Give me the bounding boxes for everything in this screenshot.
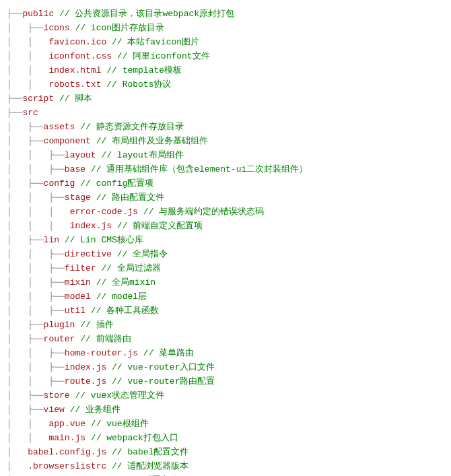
tree-row: │ │ main.js // webpack打包入口 [7,431,444,445]
tree-node-name: app.vue [48,419,85,429]
tree-node-comment: // 路由配置文件 [91,193,164,203]
tree-row: │ │ ├──index.js // vue-router入口文件 [7,360,444,374]
tree-row: ├──script // 脚本 [7,92,444,106]
tree-prefix: │ │ [7,433,48,443]
tree-node-comment: // babel配置文件 [106,447,188,457]
tree-node-name: index.js [70,221,112,231]
tree-node-name: public [22,9,54,19]
tree-row: │ ├──component // 布局组件及业务基础组件 [7,134,444,148]
tree-row: │ │ robots.txt // Robots协议 [7,77,444,92]
tree-node-name: util [65,306,85,316]
tree-node-comment: // model层 [91,292,147,302]
tree-prefix: │ │ ├── [7,164,65,174]
tree-prefix: │ │ ├── [7,306,65,316]
tree-row: │ │ index.html // template模板 [7,63,444,77]
tree-row: │ ├──view // 业务组件 [7,403,444,417]
tree-node-comment: // 各种工具函数 [85,306,159,316]
tree-row: │ ├──store // vuex状态管理文件 [7,388,444,403]
tree-node-name: view [44,405,65,415]
tree-node-comment: // 布局组件及业务基础组件 [91,136,208,146]
tree-node-name: filter [65,263,96,273]
tree-prefix: │ [7,447,28,457]
tree-node-comment: // Lin CMS核心库 [59,235,143,245]
tree-prefix: │ │ [7,65,48,75]
tree-row: │ │ ├──stage // 路由配置文件 [7,191,444,205]
tree-node-name: plugin [44,320,75,330]
tree-row: │ │ ├──directive // 全局指令 [7,247,444,261]
tree-row: │ │ ├──model // model层 [7,290,444,304]
tree-node-comment: // Robots协议 [101,79,171,90]
tree-node-comment: // 本站favicon图片 [106,37,199,47]
tree-prefix: ├── [7,108,22,118]
tree-node-name: script [22,94,54,104]
tree-node-comment: // 全局过滤器 [96,263,161,273]
tree-prefix: │ │ │ [7,207,70,217]
tree-node-name: iconfont.css [48,51,112,61]
tree-prefix: │ ├── [7,235,44,245]
tree-prefix: │ │ ├── [7,193,65,203]
tree-prefix: │ │ [7,79,48,90]
tree-prefix: │ ├── [7,23,44,33]
tree-row: │ │ iconfont.css // 阿里iconfont文件 [7,49,444,63]
tree-prefix: │ │ ├── [7,249,65,259]
tree-prefix: │ │ │ [7,221,70,231]
tree-node-name: babel.config.js [28,447,106,457]
tree-row: │ ├──assets // 静态资源文件存放目录 [7,120,444,134]
tree-node-name: router [44,334,75,344]
tree-row: │ │ │ error-code.js // 与服务端约定的错误状态码 [7,205,444,219]
tree-node-comment: // vuex状态管理文件 [70,390,164,401]
tree-row: │ ├──icons // icon图片存放目录 [7,21,444,35]
tree-node-name: mixin [65,277,91,287]
tree-node-comment: // webpack打包入口 [85,433,178,443]
tree-node-comment: // vue-router路由配置 [106,376,215,386]
tree-prefix: │ │ ├── [7,292,65,302]
tree-node-name: favicon.ico [48,37,106,47]
tree-prefix: │ │ [7,419,48,429]
tree-prefix: │ │ ├── [7,263,65,273]
tree-node-comment: // 前端自定义配置项 [112,221,203,231]
tree-row: │ │ ├──layout // layout布局组件 [7,148,444,162]
tree-node-comment: // config配置项 [75,178,153,189]
tree-node-comment: // 适配浏览器版本 [106,461,188,471]
tree-node-comment: // 公共资源目录，该目录webpack原封打包 [54,9,234,19]
tree-prefix: │ ├── [7,390,44,401]
tree-prefix: │ ├── [7,320,44,330]
tree-node-name: directive [65,249,112,259]
tree-prefix: │ │ ├── [7,348,65,358]
tree-prefix: │ │ ├── [7,362,65,372]
tree-node-comment: // 全局mixin [91,277,155,287]
tree-node-comment: // 插件 [75,320,113,330]
tree-prefix: │ │ [7,37,48,47]
tree-node-comment: // 业务组件 [65,405,120,415]
tree-row: │ │ ├──home-router.js // 菜单路由 [7,346,444,360]
tree-node-comment: // 菜单路由 [138,348,194,358]
tree-row: │ .eslintrc.js // eslint配置文件 [7,473,444,476]
tree-row: │ │ ├──mixin // 全局mixin [7,275,444,290]
tree-node-comment: // 阿里iconfont文件 [112,51,210,61]
tree-prefix: │ ├── [7,334,44,344]
tree-prefix: │ │ ├── [7,277,65,287]
tree-row: │ .browserslistrc // 适配浏览器版本 [7,459,444,473]
tree-row: │ ├──config // config配置项 [7,176,444,191]
tree-node-name: layout [65,150,96,160]
tree-node-name: stage [65,193,91,203]
tree-node-name: route.js [65,376,106,386]
tree-prefix: │ [7,461,28,471]
tree-node-comment: // 静态资源文件存放目录 [75,122,183,132]
tree-node-comment: // 通用基础组件库（包含element-ui二次封装组件） [85,164,308,174]
tree-row: │ babel.config.js // babel配置文件 [7,445,444,459]
tree-node-comment: // vue根组件 [85,419,149,429]
tree-node-name: icons [44,23,70,33]
tree-prefix: │ │ ├── [7,376,65,386]
tree-row: │ ├──lin // Lin CMS核心库 [7,233,444,247]
tree-prefix: │ ├── [7,178,44,189]
tree-node-name: index.html [48,65,101,75]
tree-node-comment: // 全局指令 [112,249,168,259]
tree-node-comment: // 前端路由 [75,334,131,344]
tree-node-name: .browserslistrc [28,461,106,471]
tree-prefix: │ ├── [7,122,44,132]
tree-row: │ │ ├──filter // 全局过滤器 [7,261,444,275]
tree-node-name: assets [44,122,75,132]
tree-node-name: robots.txt [48,79,101,90]
tree-node-name: lin [44,235,59,245]
